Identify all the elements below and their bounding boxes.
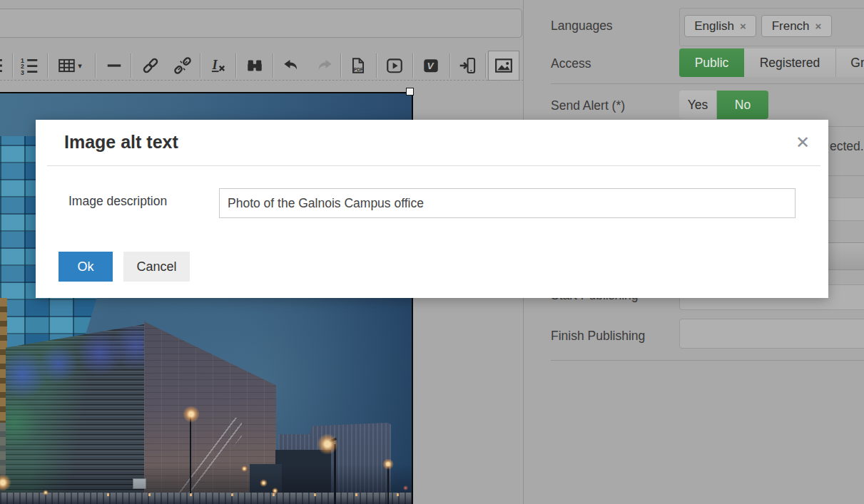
access-option-clipped[interactable]: Gr	[836, 48, 864, 77]
toolbar-separator	[449, 53, 451, 78]
media-play-button[interactable]	[379, 51, 410, 81]
find-replace-icon	[245, 56, 264, 75]
redo-icon	[316, 56, 335, 75]
image-alt-text-dialog: Image alt text ✕ Image description Ok Ca…	[36, 120, 828, 298]
numbered-list-button[interactable]: 1 2 3	[14, 51, 46, 81]
language-tag-label: French	[772, 19, 810, 34]
link-icon	[141, 56, 160, 75]
vimeo-icon: V	[422, 56, 440, 75]
pdf-export-button[interactable]: PDF	[342, 51, 374, 81]
sidebar-divider	[551, 83, 864, 84]
redo-button[interactable]	[310, 51, 341, 81]
languages-label: Languages	[551, 19, 613, 34]
find-replace-button[interactable]	[239, 51, 270, 81]
toolbar-separator	[200, 53, 201, 78]
unlink-icon	[173, 56, 192, 75]
svg-text:PDF: PDF	[354, 67, 363, 72]
clear-formatting-icon: I	[208, 56, 227, 75]
dialog-divider	[47, 165, 820, 166]
svg-text:V: V	[427, 61, 434, 71]
photo-street-light	[317, 433, 338, 455]
photo-light	[260, 479, 268, 487]
remove-tag-icon[interactable]: ×	[740, 20, 746, 32]
bullet-list-icon	[0, 56, 4, 75]
ok-button[interactable]: Ok	[59, 252, 113, 282]
send-alert-no[interactable]: No	[717, 91, 768, 119]
toolbar-separator	[235, 53, 237, 78]
insert-image-button[interactable]	[488, 51, 519, 81]
finish-publishing-label: Finish Publishing	[551, 329, 645, 344]
undo-icon	[281, 56, 300, 75]
close-icon[interactable]: ✕	[796, 134, 810, 151]
image-icon	[494, 56, 513, 75]
image-resize-handle[interactable]	[406, 88, 414, 96]
insert-link-button[interactable]	[135, 51, 166, 81]
photo-light	[241, 466, 248, 472]
notice-text-fragment: ected.	[830, 139, 864, 154]
access-option-public[interactable]: Public	[679, 48, 744, 77]
language-tag-label: English	[694, 19, 734, 34]
vimeo-button[interactable]: V	[415, 51, 447, 81]
horizontal-rule-icon	[105, 56, 123, 75]
editor-area-border	[0, 80, 524, 81]
cms-editor-screen: 1 2 3 ▾ I	[0, 0, 864, 504]
clear-formatting-button[interactable]: I	[202, 51, 233, 81]
access-option-registered[interactable]: Registered	[744, 48, 836, 77]
table-button[interactable]: ▾	[51, 51, 88, 81]
photo-lamp-pole	[387, 464, 389, 504]
dialog-title: Image alt text	[64, 132, 178, 153]
finish-publishing-input[interactable]	[679, 319, 864, 349]
photo-fence-lights	[107, 493, 412, 496]
svg-text:3: 3	[21, 69, 24, 75]
table-dropdown-caret-icon: ▾	[78, 61, 82, 71]
undo-button[interactable]	[275, 51, 306, 81]
pdf-export-icon: PDF	[349, 56, 367, 75]
toolbar-separator	[131, 53, 132, 78]
toolbar-separator	[12, 53, 14, 78]
bullet-list-button[interactable]	[0, 51, 10, 81]
toolbar-separator	[95, 53, 96, 78]
mobile-preview-button[interactable]	[452, 51, 483, 81]
media-play-icon	[385, 56, 404, 75]
sidebar-divider	[551, 360, 864, 361]
table-icon	[58, 56, 76, 75]
photo-street-light	[382, 458, 394, 470]
remove-tag-icon[interactable]: ×	[815, 20, 822, 32]
photo-street-light	[183, 406, 200, 423]
unlink-button[interactable]	[167, 51, 198, 81]
send-alert-label: Send Alert (*)	[551, 98, 625, 113]
photo-light	[403, 485, 408, 490]
toolbar-separator	[485, 53, 487, 78]
mobile-preview-icon	[458, 56, 477, 75]
photo-lamp-pole	[190, 414, 191, 494]
toolbar-separator	[376, 53, 377, 78]
language-tag-french[interactable]: French ×	[761, 15, 832, 37]
toolbar-separator	[47, 53, 49, 78]
photo-light	[43, 490, 49, 495]
access-label: Access	[551, 56, 591, 71]
svg-text:I: I	[211, 58, 218, 72]
horizontal-rule-button[interactable]	[98, 51, 130, 81]
toolbar-separator	[273, 53, 274, 78]
image-description-label: Image description	[68, 194, 167, 209]
cancel-button[interactable]: Cancel	[123, 252, 190, 282]
numbered-list-icon: 1 2 3	[21, 56, 39, 75]
image-description-input[interactable]	[219, 188, 796, 218]
language-tag-english[interactable]: English ×	[684, 15, 756, 37]
send-alert-yes[interactable]: Yes	[679, 91, 717, 119]
article-title-field[interactable]	[0, 9, 522, 38]
toolbar-separator	[412, 53, 414, 78]
